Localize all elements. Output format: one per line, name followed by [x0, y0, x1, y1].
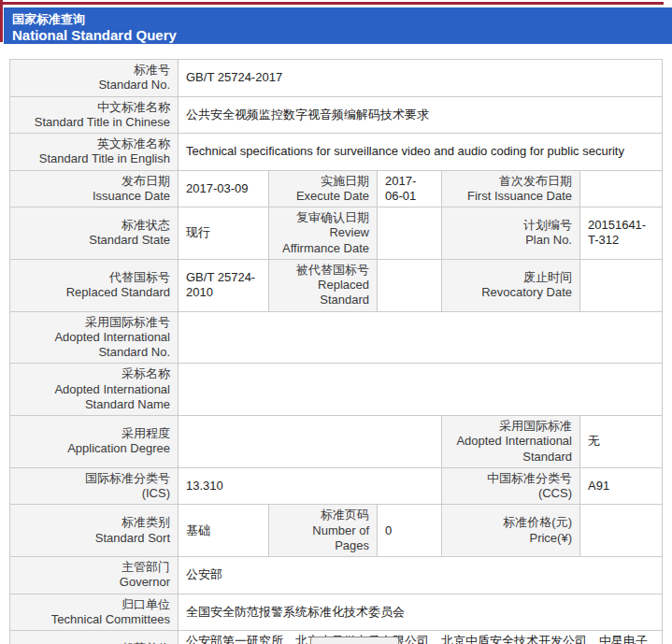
label-price: 标准价格(元) Price(¥): [442, 505, 580, 557]
row-adopted-intl-name: 采标名称 Adopted International Standard Name: [10, 364, 663, 416]
value-replaced-by-standard: [378, 259, 442, 311]
label-review-affirmance-date: 复审确认日期 Review Affirmance Date: [269, 208, 378, 260]
page-title-english: National Standard Query: [12, 27, 672, 44]
row-replaced: 代替国标号 Replaced Standard GB/T 25724-2010 …: [10, 259, 663, 311]
value-plan-no: 20151641-T-312: [580, 208, 663, 260]
label-ics: 国际标准分类号 (ICS): [10, 467, 179, 505]
standard-detail-table: 标准号 Standard No. GB/T 25724-2017 中文标准名称 …: [9, 59, 663, 644]
label-application-degree: 采用程度 Application Degree: [10, 416, 179, 468]
row-title-english: 英文标准名称 Standard Title in English Technic…: [10, 134, 663, 171]
label-replaced-standard: 代替国标号 Replaced Standard: [10, 259, 179, 311]
row-application-degree: 采用程度 Application Degree 采用国际标准 Adopted I…: [10, 416, 663, 468]
value-adopted-intl-standard: 无: [580, 416, 663, 468]
value-standard-state: 现行: [179, 208, 269, 260]
label-first-issuance-date: 首次发布日期 First Issuance Date: [442, 170, 580, 208]
label-number-of-pages: 标准页码 Number of Pages: [269, 505, 378, 557]
value-first-issuance-date: [580, 170, 663, 208]
label-plan-no: 计划编号 Plan No.: [442, 208, 580, 260]
value-drafting-committee: 公安部第一研究所、北京中星微电子有限公司、北京中盾安全技术开发公司、中星电子股份…: [179, 631, 663, 644]
value-ics: 13.310: [179, 467, 442, 505]
label-ccs: 中国标准分类号 (CCS): [442, 467, 580, 505]
value-title-chinese: 公共安全视频监控数字视音频编解码技术要求: [179, 96, 663, 134]
label-revocatory-date: 废止时间 Revocatory Date: [442, 259, 580, 311]
row-classification: 国际标准分类号 (ICS) 13.310 中国标准分类号 (CCS) A91: [10, 467, 663, 505]
label-adopted-intl-standard: 采用国际标准 Adopted International Standard: [442, 416, 580, 468]
label-standard-state: 标准状态 Standard State: [10, 208, 179, 260]
value-technical-committees: 全国安全防范报警系统标准化技术委员会: [179, 594, 663, 631]
label-governor: 主管部门 Governor: [10, 557, 179, 594]
value-number-of-pages: 0: [378, 505, 442, 557]
value-adopted-intl-standard-name: [179, 364, 663, 416]
value-title-english: Technical specifications for surveillanc…: [179, 134, 663, 171]
red-top-accent-line: [0, 2, 664, 5]
value-governor: 公安部: [179, 557, 663, 594]
row-standard-no: 标准号 Standard No. GB/T 25724-2017: [10, 60, 663, 97]
row-sort-pages-price: 标准类别 Standard Sort 基础 标准页码 Number of Pag…: [10, 505, 663, 557]
value-review-affirmance-date: [378, 208, 442, 260]
label-execute-date: 实施日期 Execute Date: [269, 170, 378, 208]
label-adopted-intl-standard-name: 采标名称 Adopted International Standard Name: [10, 364, 179, 416]
label-replaced-by-standard: 被代替国标号 Replaced Standard: [269, 259, 378, 311]
value-standard-sort: 基础: [179, 505, 269, 557]
value-standard-no: GB/T 25724-2017: [179, 60, 663, 97]
red-left-accent-line: [0, 0, 3, 42]
row-adopted-intl-no: 采用国际标准号 Adopted International Standard N…: [10, 311, 663, 364]
value-execute-date: 2017-06-01: [378, 170, 442, 208]
label-standard-sort: 标准类别 Standard Sort: [10, 505, 179, 557]
value-revocatory-date: [580, 259, 663, 311]
page-header: 国家标准查询 National Standard Query: [4, 7, 672, 44]
row-technical-committees: 归口单位 Technical Committees 全国安全防范报警系统标准化技…: [10, 594, 663, 631]
label-standard-no: 标准号 Standard No.: [10, 60, 179, 97]
label-drafting-committee: 起草单位 Drafting Committee: [10, 631, 179, 644]
value-replaced-standard: GB/T 25724-2010: [179, 259, 269, 311]
label-title-english: 英文标准名称 Standard Title in English: [10, 134, 179, 171]
label-issuance-date: 发布日期 Issuance Date: [10, 170, 179, 208]
page-title-chinese: 国家标准查询: [12, 11, 672, 27]
row-dates: 发布日期 Issuance Date 2017-03-09 实施日期 Execu…: [10, 170, 663, 208]
label-adopted-intl-standard-no: 采用国际标准号 Adopted International Standard N…: [10, 311, 179, 364]
label-title-chinese: 中文标准名称 Standard Title in Chinese: [10, 96, 179, 134]
value-issuance-date: 2017-03-09: [179, 170, 269, 208]
value-ccs: A91: [580, 467, 663, 505]
row-governor: 主管部门 Governor 公安部: [10, 557, 663, 594]
value-price: [580, 505, 663, 557]
value-adopted-intl-standard-no: [179, 311, 663, 364]
row-title-chinese: 中文标准名称 Standard Title in Chinese 公共安全视频监…: [10, 96, 663, 134]
value-application-degree: [179, 416, 442, 468]
row-state: 标准状态 Standard State 现行 复审确认日期 Review Aff…: [10, 208, 663, 260]
label-technical-committees: 归口单位 Technical Committees: [10, 594, 179, 631]
bottom-partial-button[interactable]: [310, 637, 399, 644]
page: 国家标准查询 National Standard Query 标准号 Stand…: [0, 0, 672, 644]
